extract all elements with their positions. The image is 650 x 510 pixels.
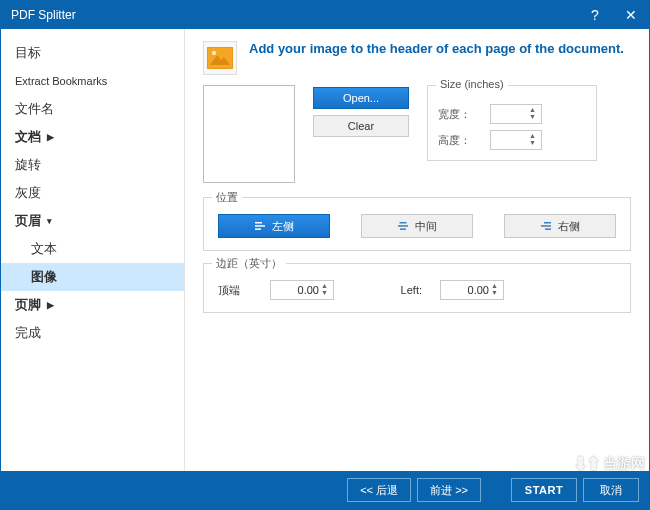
margin-left-input[interactable]: 0.00 ▲▼ <box>440 280 504 300</box>
position-center-label: 中间 <box>415 219 437 234</box>
position-row: 左侧 中间 <box>214 212 620 240</box>
sidebar-item-label: 文档 <box>15 128 41 146</box>
sidebar-item-extract-bookmarks[interactable]: Extract Bookmarks <box>1 67 184 95</box>
app-window: PDF Splitter ? ✕ 目标 Extract Bookmarks 文件… <box>0 0 650 510</box>
wizard-footer: << 后退 前进 >> START 取消 <box>1 471 649 509</box>
svg-rect-10 <box>541 225 551 227</box>
window-title: PDF Splitter <box>1 8 577 22</box>
svg-rect-3 <box>255 222 262 224</box>
sidebar-item-label: 页眉 <box>15 212 41 230</box>
spinner-arrows-icon[interactable]: ▲▼ <box>529 106 539 120</box>
margin-top-value: 0.00 <box>298 284 319 296</box>
sidebar-item-label: 目标 <box>15 44 41 62</box>
sidebar-item-filename[interactable]: 文件名 <box>1 95 184 123</box>
margin-top-label: 顶端 <box>218 283 252 298</box>
page-header: Add your image to the header of each pag… <box>203 41 631 75</box>
sidebar-item-rotate[interactable]: 旋转 <box>1 151 184 179</box>
sidebar-item-grayscale[interactable]: 灰度 <box>1 179 184 207</box>
window-body: 目标 Extract Bookmarks 文件名 文档 ▶ 旋转 灰度 页眉 ▾ <box>1 29 649 471</box>
svg-rect-9 <box>544 222 551 224</box>
image-preview <box>203 85 295 183</box>
size-height-row: 高度： ▲▼ <box>438 130 586 150</box>
spinner-arrows-icon[interactable]: ▲▼ <box>529 132 539 146</box>
size-group: Size (inches) 宽度： ▲▼ 高度： ▲▼ <box>427 85 597 161</box>
sidebar-item-label: 文件名 <box>15 100 54 118</box>
back-button[interactable]: << 后退 <box>347 478 411 502</box>
next-button[interactable]: 前进 >> <box>417 478 481 502</box>
position-left-button[interactable]: 左侧 <box>218 214 330 238</box>
svg-rect-0 <box>207 47 233 69</box>
sidebar-item-header-text[interactable]: 文本 <box>1 235 184 263</box>
height-label: 高度： <box>438 133 482 148</box>
upper-row: Open... Clear Size (inches) 宽度： ▲▼ 高度： <box>203 85 631 183</box>
position-group: 位置 左侧 <box>203 197 631 251</box>
sidebar: 目标 Extract Bookmarks 文件名 文档 ▶ 旋转 灰度 页眉 ▾ <box>1 29 185 471</box>
size-group-title: Size (inches) <box>436 78 508 90</box>
margin-left-label: Left: <box>382 284 422 296</box>
chevron-right-icon: ▶ <box>47 300 54 310</box>
chevron-right-icon: ▶ <box>47 132 54 142</box>
sidebar-item-finish[interactable]: 完成 <box>1 319 184 347</box>
titlebar: PDF Splitter ? ✕ <box>1 1 649 29</box>
sidebar-item-label: 图像 <box>31 268 57 286</box>
svg-rect-8 <box>400 228 406 230</box>
align-left-icon <box>254 220 266 232</box>
height-input[interactable]: ▲▼ <box>490 130 542 150</box>
chevron-down-icon: ▾ <box>47 216 52 226</box>
sidebar-item-destination[interactable]: 目标 <box>1 39 184 67</box>
svg-rect-11 <box>545 228 551 230</box>
position-group-title: 位置 <box>212 190 242 205</box>
position-right-label: 右侧 <box>558 219 580 234</box>
sidebar-item-label: 页脚 <box>15 296 41 314</box>
svg-rect-4 <box>255 225 265 227</box>
sidebar-item-document[interactable]: 文档 ▶ <box>1 123 184 151</box>
margin-top-input[interactable]: 0.00 ▲▼ <box>270 280 334 300</box>
spinner-arrows-icon[interactable]: ▲▼ <box>491 282 501 296</box>
margin-group: 边距（英寸） 顶端 0.00 ▲▼ Left: 0.00 ▲▼ <box>203 263 631 313</box>
width-label: 宽度： <box>438 107 482 122</box>
position-center-button[interactable]: 中间 <box>361 214 473 238</box>
sidebar-item-label: Extract Bookmarks <box>15 75 107 87</box>
help-button[interactable]: ? <box>577 1 613 29</box>
open-button[interactable]: Open... <box>313 87 409 109</box>
margin-row: 顶端 0.00 ▲▼ Left: 0.00 ▲▼ <box>214 278 620 302</box>
close-button[interactable]: ✕ <box>613 1 649 29</box>
sidebar-item-label: 旋转 <box>15 156 41 174</box>
clear-button[interactable]: Clear <box>313 115 409 137</box>
position-left-label: 左侧 <box>272 219 294 234</box>
start-button[interactable]: START <box>511 478 577 502</box>
sidebar-item-footer[interactable]: 页脚 ▶ <box>1 291 184 319</box>
sidebar-item-header[interactable]: 页眉 ▾ <box>1 207 184 235</box>
svg-rect-6 <box>400 222 407 224</box>
cancel-button[interactable]: 取消 <box>583 478 639 502</box>
image-icon <box>203 41 237 75</box>
size-width-row: 宽度： ▲▼ <box>438 104 586 124</box>
sidebar-item-label: 完成 <box>15 324 41 342</box>
page-title: Add your image to the header of each pag… <box>249 41 624 57</box>
image-buttons: Open... Clear <box>313 87 409 137</box>
svg-point-2 <box>212 51 216 55</box>
margin-left-value: 0.00 <box>468 284 489 296</box>
sidebar-item-label: 文本 <box>31 240 57 258</box>
svg-rect-7 <box>398 225 408 227</box>
margin-group-title: 边距（英寸） <box>212 256 286 271</box>
position-right-button[interactable]: 右侧 <box>504 214 616 238</box>
spinner-arrows-icon[interactable]: ▲▼ <box>321 282 331 296</box>
width-input[interactable]: ▲▼ <box>490 104 542 124</box>
sidebar-item-label: 灰度 <box>15 184 41 202</box>
align-center-icon <box>397 220 409 232</box>
content-pane: Add your image to the header of each pag… <box>185 29 649 471</box>
svg-rect-5 <box>255 228 261 230</box>
align-right-icon <box>540 220 552 232</box>
sidebar-item-header-image[interactable]: 图像 <box>1 263 184 291</box>
